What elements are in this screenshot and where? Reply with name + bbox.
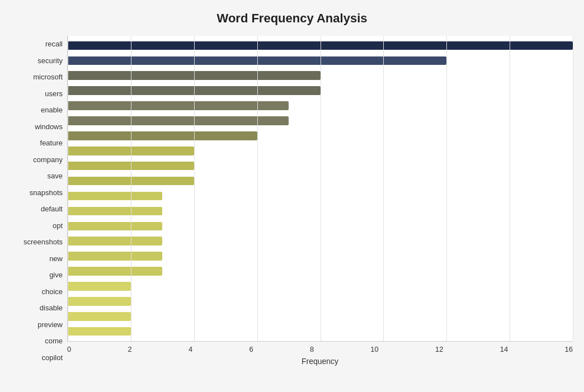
bar-enable — [68, 101, 289, 110]
y-label-users: users — [45, 90, 63, 97]
bar-copilot — [68, 327, 131, 336]
y-label-enable: enable — [41, 106, 63, 114]
x-tick-10: 10 — [370, 345, 378, 353]
y-label-default: default — [41, 205, 63, 212]
x-tick-12: 12 — [435, 345, 443, 353]
y-label-new: new — [49, 255, 63, 262]
x-tick-16: 16 — [564, 345, 572, 353]
chart-title: Word Frequency Analysis — [11, 11, 573, 26]
chart-area: recallsecuritymicrosoftusersenablewindow… — [11, 36, 573, 366]
y-label-screenshots: screenshots — [23, 238, 63, 245]
y-label-preview: preview — [37, 321, 63, 328]
bar-come — [68, 312, 131, 321]
bar-give — [68, 252, 162, 261]
x-axis-title: Frequency — [67, 357, 573, 366]
x-tick-0: 0 — [67, 345, 71, 353]
y-label-choice: choice — [41, 288, 63, 295]
bar-opt — [68, 207, 162, 216]
y-label-windows: windows — [35, 123, 63, 130]
y-label-save: save — [48, 172, 63, 180]
chart-container: Word Frequency Analysis recallsecuritymi… — [0, 0, 584, 392]
grid-line-0 — [68, 36, 68, 341]
grid-line-4 — [194, 36, 195, 341]
grid-line-12 — [446, 36, 447, 341]
bars-and-x: 0246810121416 Frequency — [67, 36, 573, 366]
x-tick-14: 14 — [500, 345, 508, 353]
y-label-give: give — [49, 271, 63, 278]
x-tick-6: 6 — [249, 345, 253, 353]
y-label-recall: recall — [45, 40, 63, 48]
grid-line-10 — [383, 36, 384, 341]
y-label-opt: opt — [53, 222, 63, 229]
x-tick-4: 4 — [189, 345, 192, 353]
grid-line-6 — [257, 36, 258, 341]
x-axis: 0246810121416 — [67, 342, 573, 353]
y-label-come: come — [45, 337, 63, 344]
grid-line-2 — [131, 36, 131, 341]
bars-wrapper — [67, 36, 573, 342]
x-tick-2: 2 — [128, 345, 131, 353]
y-label-microsoft: microsoft — [33, 73, 63, 81]
grid-line-14 — [510, 36, 510, 341]
bar-feature — [68, 131, 257, 140]
bar-default — [68, 192, 162, 201]
y-label-company: company — [33, 156, 63, 163]
grid-line-16 — [573, 36, 573, 341]
bar-choice — [68, 267, 162, 276]
y-label-feature: feature — [40, 139, 63, 147]
bar-windows — [68, 116, 289, 125]
grid-line-8 — [321, 36, 321, 341]
y-label-disable: disable — [40, 304, 63, 311]
y-label-security: security — [37, 57, 63, 64]
y-label-snapshots: snapshots — [30, 189, 63, 196]
bar-disable — [68, 282, 131, 291]
bar-preview — [68, 297, 131, 306]
bar-screenshots — [68, 222, 162, 231]
y-axis-labels: recallsecuritymicrosoftusersenablewindow… — [11, 36, 67, 366]
y-label-copilot: copilot — [41, 354, 63, 361]
bar-new — [68, 237, 162, 245]
x-tick-8: 8 — [310, 345, 314, 353]
